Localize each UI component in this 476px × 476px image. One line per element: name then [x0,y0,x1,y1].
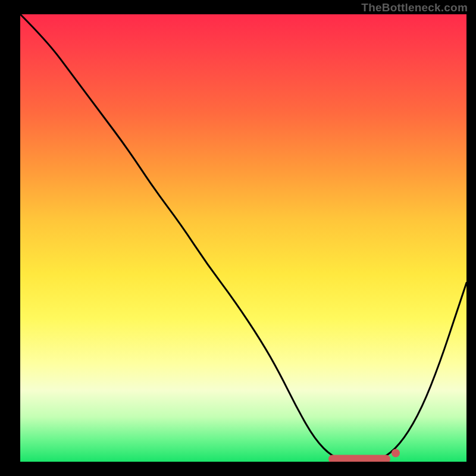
plot-area [20,14,466,462]
chart-frame: TheBottleneck.com [0,0,476,476]
bottleneck-curve [20,14,466,462]
optimum-marker [392,449,400,458]
attribution-label: TheBottleneck.com [361,1,468,14]
